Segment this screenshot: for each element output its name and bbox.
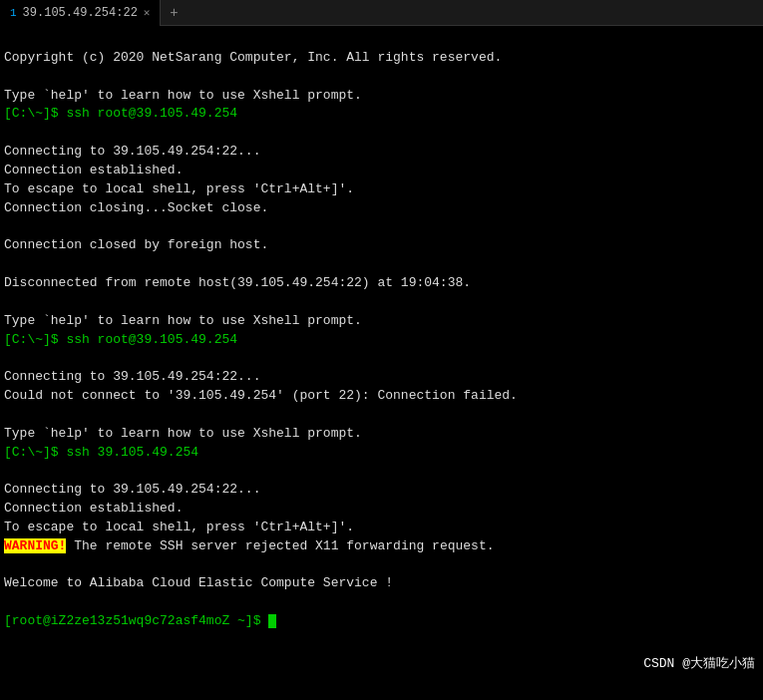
warning-text: The remote SSH server rejected X11 forwa… bbox=[66, 538, 494, 553]
terminal-cursor bbox=[268, 614, 276, 628]
terminal-line bbox=[4, 556, 759, 575]
watermark: CSDN @大猫吃小猫 bbox=[643, 654, 755, 672]
terminal-line: Copyright (c) 2020 NetSarang Computer, I… bbox=[4, 49, 759, 68]
terminal-line: Disconnected from remote host(39.105.49.… bbox=[4, 274, 759, 293]
terminal-line: Type `help' to learn how to use Xshell p… bbox=[4, 425, 759, 444]
terminal-line bbox=[4, 293, 759, 312]
terminal-line: Type `help' to learn how to use Xshell p… bbox=[4, 87, 759, 106]
terminal-line bbox=[4, 217, 759, 236]
terminal-line: To escape to local shell, press 'Ctrl+Al… bbox=[4, 180, 759, 199]
tab-close-button[interactable]: ✕ bbox=[144, 6, 151, 19]
terminal-line: Could not connect to '39.105.49.254' (po… bbox=[4, 387, 759, 406]
tab-indicator: 1 bbox=[10, 7, 17, 19]
terminal-line: Connection established. bbox=[4, 162, 759, 180]
tab-label: 39.105.49.254:22 bbox=[23, 6, 138, 20]
terminal-line: Connecting to 39.105.49.254:22... bbox=[4, 368, 759, 387]
terminal-line: [C:\~]$ ssh root@39.105.49.254 bbox=[4, 331, 759, 350]
terminal-line: [C:\~]$ ssh root@39.105.49.254 bbox=[4, 105, 759, 124]
terminal-line: To escape to local shell, press 'Ctrl+Al… bbox=[4, 519, 759, 537]
terminal-line bbox=[4, 406, 759, 425]
terminal-line bbox=[4, 349, 759, 368]
terminal-line: Connecting to 39.105.49.254:22... bbox=[4, 481, 759, 500]
terminal-line bbox=[4, 124, 759, 143]
terminal-output: Copyright (c) 2020 NetSarang Computer, I… bbox=[0, 26, 763, 700]
terminal-line: Connection established. bbox=[4, 500, 759, 519]
terminal-line: WARNING! The remote SSH server rejected … bbox=[4, 537, 759, 556]
terminal-line: Type `help' to learn how to use Xshell p… bbox=[4, 312, 759, 331]
terminal-line: Welcome to Alibaba Cloud Elastic Compute… bbox=[4, 574, 759, 593]
tab-bar: 1 39.105.49.254:22 ✕ + bbox=[0, 0, 763, 26]
terminal-line bbox=[4, 255, 759, 274]
terminal-line bbox=[4, 462, 759, 481]
terminal-line: Connection closing...Socket close. bbox=[4, 199, 759, 218]
terminal-line bbox=[4, 68, 759, 87]
warning-label: WARNING! bbox=[4, 538, 66, 553]
terminal-line: [C:\~]$ ssh 39.105.49.254 bbox=[4, 444, 759, 463]
tab-1[interactable]: 1 39.105.49.254:22 ✕ bbox=[0, 0, 161, 26]
terminal-line: [root@iZ2ze13z51wq9c72asf4moZ ~]$ bbox=[4, 612, 759, 631]
terminal-line: Connection closed by foreign host. bbox=[4, 236, 759, 255]
new-tab-button[interactable]: + bbox=[161, 0, 187, 26]
terminal-line bbox=[4, 593, 759, 612]
terminal-line: Connecting to 39.105.49.254:22... bbox=[4, 143, 759, 162]
